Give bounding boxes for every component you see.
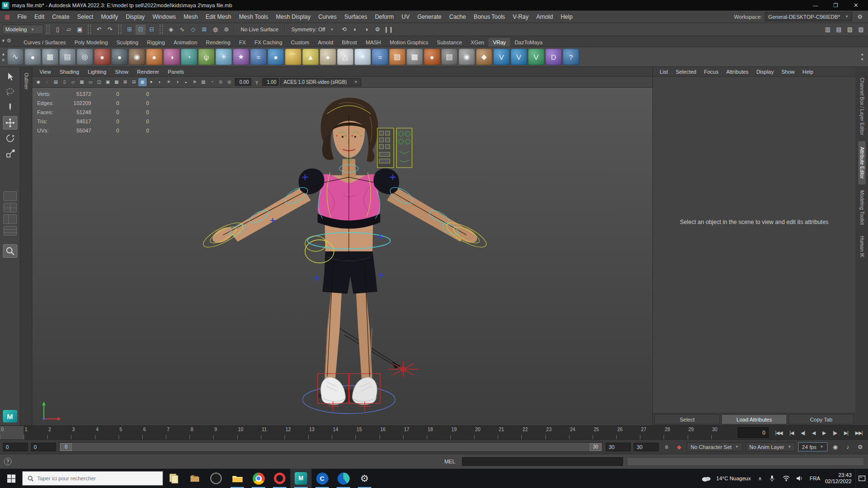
lock-camera-icon[interactable]: ◌	[43, 78, 51, 86]
animation-start-field[interactable]: 0	[3, 443, 28, 451]
paint-grass-icon[interactable]: ψ	[198, 49, 215, 65]
sand-ball-icon[interactable]: ●	[320, 49, 336, 65]
timeline-frame-0[interactable]: 0	[0, 426, 24, 439]
time-slider[interactable]: 0123456789101112131415161718192021222324…	[0, 425, 868, 439]
uv-tool-icon[interactable]: ▧	[441, 49, 458, 65]
open-scene-icon[interactable]: ▱	[64, 25, 74, 35]
timeline-frame-22[interactable]: 22	[521, 426, 545, 439]
image-plane-icon[interactable]: ▱	[69, 78, 77, 86]
screen-space-ao-icon[interactable]: ◒	[182, 78, 190, 86]
select-hierarchy-icon[interactable]: ⊞	[124, 25, 135, 35]
film-gate-icon[interactable]: ▭	[86, 78, 95, 86]
timeline-frame-25[interactable]: 25	[593, 426, 616, 439]
shaded-icon[interactable]: ●	[147, 78, 155, 86]
language-indicator[interactable]: FRA	[810, 475, 820, 481]
dark-shader-ball-icon[interactable]: ●	[111, 49, 128, 65]
render-icon[interactable]: ◐	[350, 25, 360, 35]
shelf-scroll-up-icon[interactable]: ▲	[860, 52, 864, 56]
sidebar-toolsettings-icon[interactable]: ▧	[845, 25, 855, 35]
anim-layer-dropdown[interactable]: No Anim Layer ▼	[746, 442, 795, 451]
shelf-options-icon[interactable]: ≡	[2, 57, 5, 63]
notification-center-icon[interactable]	[855, 469, 868, 488]
status-grip[interactable]	[46, 25, 50, 34]
facial-gui-panel-1[interactable]	[377, 128, 393, 168]
mel-toggle[interactable]: MEL	[441, 459, 458, 464]
settings-gear-icon[interactable]: ⚙	[354, 469, 375, 488]
isolate-select-icon[interactable]: ⊙	[217, 78, 225, 86]
lasso-tool[interactable]	[3, 85, 17, 99]
app-icon-clo[interactable]: C	[312, 469, 333, 488]
timeline-frame-2[interactable]: 2	[47, 426, 71, 439]
gamma-icon[interactable]: γ	[253, 78, 261, 86]
ae-menu-help[interactable]: Help	[799, 69, 817, 75]
opera-icon[interactable]	[269, 469, 290, 488]
chrome-icon[interactable]	[248, 469, 269, 488]
timeline-frame-15[interactable]: 15	[355, 426, 379, 439]
exposure-icon[interactable]: ◎	[225, 78, 233, 86]
menu-curves[interactable]: Curves	[314, 11, 340, 23]
range-slider[interactable]: 0 30	[59, 442, 603, 452]
go-to-start-button[interactable]: |◀◀	[774, 429, 783, 436]
select-tool[interactable]	[3, 70, 17, 83]
weather-label[interactable]: 14°C Nuageux	[716, 475, 751, 481]
shadows-icon[interactable]: ◑	[173, 78, 181, 86]
select-object-icon[interactable]: ⊡	[136, 25, 146, 35]
shelf-tab-substance[interactable]: Substance	[433, 38, 466, 47]
paint-select-tool[interactable]	[3, 101, 17, 114]
fps-dropdown[interactable]: 24 fps ▼	[798, 442, 827, 451]
workspace-dropdown[interactable]: General-DESKTOP-C96IEDB* ▼	[765, 12, 852, 21]
sidebar-tab-channel-box-layer-editor[interactable]: Channel Box / Layer Editor	[858, 72, 866, 141]
camera-tool-icon[interactable]: ◉	[459, 49, 475, 65]
yellow-dome-icon[interactable]: ⌒	[285, 49, 301, 65]
ae-menu-attributes[interactable]: Attributes	[722, 69, 752, 75]
timeline-frame-1[interactable]: 1	[24, 426, 47, 439]
vray-tool-3-icon[interactable]: V	[528, 49, 544, 65]
menu-select[interactable]: Select	[73, 11, 97, 23]
status-grip[interactable]	[160, 25, 163, 34]
menu-arnold[interactable]: Arnold	[532, 11, 557, 23]
shelf-tab-menu-icon[interactable]: ▾	[2, 38, 5, 44]
timeline-frame-20[interactable]: 20	[474, 426, 498, 439]
close-button[interactable]: ✕	[846, 0, 866, 11]
undo-icon[interactable]: ↶	[94, 25, 104, 35]
ae-menu-show[interactable]: Show	[777, 69, 799, 75]
camera-select-icon[interactable]: ◉	[34, 78, 42, 86]
construction-history-icon[interactable]: ⟲	[339, 25, 349, 35]
taskbar-search[interactable]	[22, 471, 163, 486]
viewport-canvas[interactable]: Verts:5137200Edges:10220900Faces:5124800…	[32, 88, 652, 425]
panel-menu-shading[interactable]: Shading	[55, 67, 83, 77]
shelf-tab-animation[interactable]: Animation	[169, 38, 202, 47]
app-icon-folders[interactable]	[184, 469, 205, 488]
stripe-texture-icon[interactable]: ▨	[389, 49, 406, 65]
timeline-frame-18[interactable]: 18	[427, 426, 450, 439]
step-forward-frame-button[interactable]: ▶|	[843, 429, 848, 436]
sidebar-tab-attribute-editor[interactable]: Attribute Editor	[858, 141, 866, 185]
file-explorer-icon[interactable]	[227, 469, 248, 488]
timeline-frame-12[interactable]: 12	[285, 426, 308, 439]
timeline-frame-8[interactable]: 8	[190, 426, 213, 439]
sidebar-tab-modeling-toolkit[interactable]: Modeling Toolkit	[858, 185, 866, 231]
shelf-tab-arnold[interactable]: Arnold	[313, 38, 338, 47]
play-forwards-button[interactable]: ▶	[822, 429, 826, 436]
menu-generate[interactable]: Generate	[413, 11, 445, 23]
shelf-gear-icon[interactable]: ⚙	[7, 38, 12, 44]
gamma-field[interactable]: 1.00	[262, 78, 279, 86]
menu-edit-mesh[interactable]: Edit Mesh	[202, 11, 235, 23]
shelf-tab-rigging[interactable]: Rigging	[143, 38, 169, 47]
menu-deform[interactable]: Deform	[371, 11, 397, 23]
shelf-tab-motion-graphics[interactable]: Motion Graphics	[385, 38, 433, 47]
motion-blur-icon[interactable]: ≋	[190, 78, 199, 86]
ae-menu-display[interactable]: Display	[752, 69, 777, 75]
timeline-frame-21[interactable]: 21	[498, 426, 521, 439]
checker-ball-icon[interactable]: ◔	[181, 49, 197, 65]
timeline-frame-19[interactable]: 19	[450, 426, 474, 439]
copy-tab-button[interactable]: Copy Tab	[788, 414, 854, 424]
snow-fx-icon[interactable]: ✳	[354, 49, 371, 65]
sidebar-tab-human-ik[interactable]: Human IK	[858, 230, 866, 263]
anti-alias-icon[interactable]: ▨	[199, 78, 207, 86]
snap-plane-icon[interactable]: ⊠	[199, 25, 209, 35]
taskbar-clock[interactable]: 23:43 02/12/2022	[825, 472, 852, 485]
poly-plane-icon[interactable]: ▤	[59, 49, 76, 65]
menu-windows[interactable]: Windows	[149, 11, 180, 23]
layout-outliner-button[interactable]	[3, 226, 17, 236]
